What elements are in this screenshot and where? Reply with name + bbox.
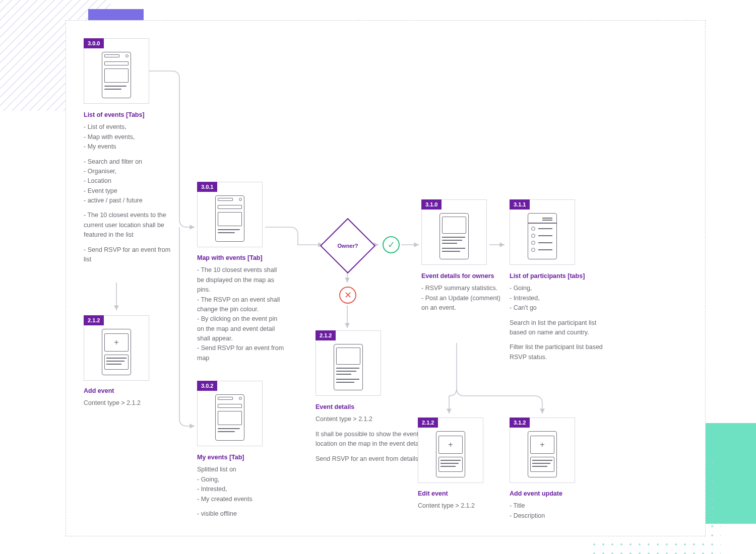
wireframe-add-icon: + [528, 431, 557, 477]
desc-event-details-owners: Event details for owners - RSVP summary … [421, 271, 502, 313]
decision-owner[interactable]: Owner? [320, 218, 375, 273]
wireframe-add-icon: + [436, 431, 465, 477]
desc-add-event-update: Add event update - Title- Description [510, 489, 600, 521]
node-event-details-owners[interactable]: 3.1.0 [421, 199, 487, 265]
desc-list-of-events: List of events [Tabs] - List of events,-… [84, 110, 172, 264]
node-my-events[interactable]: 3.0.2 [197, 381, 263, 446]
badge: 2.1.2 [418, 418, 438, 428]
badge: 3.0.1 [197, 182, 217, 192]
wireframe-icon [102, 52, 131, 98]
badge: 3.0.0 [84, 38, 104, 48]
wireframe-doc-icon [334, 344, 363, 390]
desc-edit-event: Edit event Content type > 2.1.2 [418, 489, 509, 511]
wireframe-icon [215, 195, 244, 242]
check-icon: ✓ [383, 236, 400, 253]
decor-purple-block [88, 9, 144, 20]
plus-icon: + [530, 436, 554, 454]
node-add-event-update[interactable]: 3.1.2 + [510, 418, 575, 483]
wireframe-add-icon: + [102, 329, 131, 375]
node-list-participants[interactable]: 3.1.1 [510, 199, 575, 265]
badge: 3.0.2 [197, 381, 217, 391]
plus-icon: + [104, 333, 129, 352]
badge: 3.1.0 [421, 199, 442, 210]
x-icon: ✕ [339, 287, 356, 304]
badge: 3.1.2 [510, 418, 530, 428]
desc-my-events: My events [Tab] Splitted list on- Going,… [197, 453, 288, 519]
desc-event-details: Event details Content type > 2.1.2It sha… [316, 402, 426, 464]
wireframe-doc-icon [439, 213, 469, 259]
node-map-with-events[interactable]: 3.0.1 [197, 182, 263, 247]
plus-icon: + [438, 436, 463, 454]
node-list-of-events[interactable]: 3.0.0 [84, 38, 149, 104]
node-add-event[interactable]: 2.1.2 + [84, 315, 149, 381]
node-event-details[interactable]: 2.1.2 [316, 330, 381, 396]
desc-add-event: Add event Content type > 2.1.2 [84, 386, 174, 408]
badge: 2.1.2 [84, 315, 104, 325]
badge: 3.1.1 [510, 199, 530, 210]
desc-list-participants: List of participants [tabs] - Going,- In… [510, 271, 610, 362]
node-edit-event[interactable]: 2.1.2 + [418, 418, 483, 483]
flow-canvas: 3.0.0 List of events [Tabs] - List of ev… [66, 20, 706, 536]
desc-map-with-events: Map with events [Tab] - The 10 closest e… [197, 253, 285, 363]
wireframe-list-icon [528, 213, 557, 259]
badge: 2.1.2 [316, 330, 336, 340]
wireframe-icon [215, 394, 244, 441]
